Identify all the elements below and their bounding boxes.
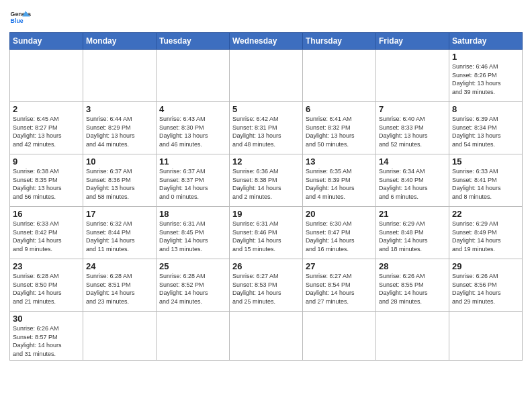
calendar-cell bbox=[303, 50, 376, 102]
calendar-cell: 6Sunrise: 6:41 AM Sunset: 8:32 PM Daylig… bbox=[303, 102, 376, 154]
day-info: Sunrise: 6:41 AM Sunset: 8:32 PM Dayligh… bbox=[306, 115, 373, 148]
calendar-cell bbox=[449, 312, 523, 361]
calendar-cell: 5Sunrise: 6:42 AM Sunset: 8:31 PM Daylig… bbox=[230, 102, 303, 154]
day-number: 22 bbox=[452, 209, 519, 219]
calendar-cell bbox=[303, 312, 376, 361]
day-info: Sunrise: 6:28 AM Sunset: 8:50 PM Dayligh… bbox=[13, 272, 80, 306]
day-info: Sunrise: 6:31 AM Sunset: 8:45 PM Dayligh… bbox=[159, 220, 226, 253]
calendar-cell bbox=[376, 312, 449, 361]
calendar-week-row: 1Sunrise: 6:46 AM Sunset: 8:26 PM Daylig… bbox=[10, 50, 523, 102]
calendar-week-row: 2Sunrise: 6:45 AM Sunset: 8:27 PM Daylig… bbox=[10, 102, 523, 154]
day-number: 3 bbox=[86, 104, 153, 114]
day-info: Sunrise: 6:37 AM Sunset: 8:36 PM Dayligh… bbox=[86, 167, 153, 201]
day-number: 20 bbox=[306, 209, 373, 219]
day-number: 19 bbox=[232, 209, 300, 219]
calendar-cell: 18Sunrise: 6:31 AM Sunset: 8:45 PM Dayli… bbox=[157, 207, 230, 259]
weekday-header-row: SundayMondayTuesdayWednesdayThursdayFrid… bbox=[10, 33, 523, 50]
day-number: 13 bbox=[306, 156, 373, 167]
day-info: Sunrise: 6:26 AM Sunset: 8:55 PM Dayligh… bbox=[379, 272, 446, 306]
calendar-cell: 1Sunrise: 6:46 AM Sunset: 8:26 PM Daylig… bbox=[449, 50, 523, 102]
calendar-cell: 8Sunrise: 6:39 AM Sunset: 8:34 PM Daylig… bbox=[449, 102, 523, 154]
day-number: 26 bbox=[232, 261, 300, 271]
weekday-header-wednesday: Wednesday bbox=[230, 33, 303, 50]
day-number: 23 bbox=[13, 261, 80, 271]
logo-area: General Blue bbox=[9, 7, 31, 28]
day-number: 25 bbox=[159, 261, 226, 271]
weekday-header-thursday: Thursday bbox=[303, 33, 376, 50]
day-number: 28 bbox=[379, 261, 446, 271]
svg-text:Blue: Blue bbox=[11, 17, 24, 24]
calendar-cell: 16Sunrise: 6:33 AM Sunset: 8:42 PM Dayli… bbox=[10, 207, 83, 259]
day-info: Sunrise: 6:28 AM Sunset: 8:52 PM Dayligh… bbox=[159, 272, 226, 306]
day-info: Sunrise: 6:37 AM Sunset: 8:37 PM Dayligh… bbox=[159, 167, 226, 201]
day-info: Sunrise: 6:27 AM Sunset: 8:53 PM Dayligh… bbox=[232, 272, 300, 306]
calendar-cell: 30Sunrise: 6:26 AM Sunset: 8:57 PM Dayli… bbox=[10, 312, 83, 361]
weekday-header-saturday: Saturday bbox=[449, 33, 523, 50]
day-info: Sunrise: 6:34 AM Sunset: 8:40 PM Dayligh… bbox=[379, 167, 446, 201]
day-info: Sunrise: 6:29 AM Sunset: 8:48 PM Dayligh… bbox=[379, 220, 446, 253]
day-info: Sunrise: 6:27 AM Sunset: 8:54 PM Dayligh… bbox=[306, 272, 373, 306]
calendar-cell: 19Sunrise: 6:31 AM Sunset: 8:46 PM Dayli… bbox=[230, 207, 303, 259]
day-number: 2 bbox=[13, 104, 80, 114]
day-info: Sunrise: 6:45 AM Sunset: 8:27 PM Dayligh… bbox=[13, 115, 80, 148]
calendar-cell: 27Sunrise: 6:27 AM Sunset: 8:54 PM Dayli… bbox=[303, 259, 376, 312]
calendar-cell: 2Sunrise: 6:45 AM Sunset: 8:27 PM Daylig… bbox=[10, 102, 83, 154]
calendar-cell: 11Sunrise: 6:37 AM Sunset: 8:37 PM Dayli… bbox=[157, 154, 230, 207]
header: General Blue bbox=[9, 7, 523, 28]
weekday-header-friday: Friday bbox=[376, 33, 449, 50]
calendar-cell: 13Sunrise: 6:35 AM Sunset: 8:39 PM Dayli… bbox=[303, 154, 376, 207]
day-info: Sunrise: 6:38 AM Sunset: 8:35 PM Dayligh… bbox=[13, 167, 80, 201]
calendar-week-row: 9Sunrise: 6:38 AM Sunset: 8:35 PM Daylig… bbox=[10, 154, 523, 207]
calendar-cell: 21Sunrise: 6:29 AM Sunset: 8:48 PM Dayli… bbox=[376, 207, 449, 259]
calendar-cell: 28Sunrise: 6:26 AM Sunset: 8:55 PM Dayli… bbox=[376, 259, 449, 312]
calendar-cell: 7Sunrise: 6:40 AM Sunset: 8:33 PM Daylig… bbox=[376, 102, 449, 154]
weekday-header-monday: Monday bbox=[83, 33, 157, 50]
calendar-cell bbox=[230, 312, 303, 361]
calendar-week-row: 30Sunrise: 6:26 AM Sunset: 8:57 PM Dayli… bbox=[10, 312, 523, 361]
day-info: Sunrise: 6:30 AM Sunset: 8:47 PM Dayligh… bbox=[306, 220, 373, 253]
calendar-cell: 3Sunrise: 6:44 AM Sunset: 8:29 PM Daylig… bbox=[83, 102, 157, 154]
calendar-cell bbox=[157, 312, 230, 361]
day-number: 5 bbox=[232, 104, 300, 114]
day-number: 11 bbox=[159, 156, 226, 167]
day-number: 24 bbox=[86, 261, 153, 271]
weekday-header-sunday: Sunday bbox=[10, 33, 83, 50]
calendar-cell: 15Sunrise: 6:33 AM Sunset: 8:41 PM Dayli… bbox=[449, 154, 523, 207]
day-info: Sunrise: 6:43 AM Sunset: 8:30 PM Dayligh… bbox=[159, 115, 226, 148]
day-number: 21 bbox=[379, 209, 446, 219]
day-number: 18 bbox=[159, 209, 226, 219]
day-info: Sunrise: 6:44 AM Sunset: 8:29 PM Dayligh… bbox=[86, 115, 153, 148]
calendar-cell: 22Sunrise: 6:29 AM Sunset: 8:49 PM Dayli… bbox=[449, 207, 523, 259]
day-number: 10 bbox=[86, 156, 153, 167]
day-info: Sunrise: 6:28 AM Sunset: 8:51 PM Dayligh… bbox=[86, 272, 153, 306]
day-number: 9 bbox=[13, 156, 80, 167]
day-info: Sunrise: 6:32 AM Sunset: 8:44 PM Dayligh… bbox=[86, 220, 153, 253]
day-number: 7 bbox=[379, 104, 446, 114]
day-info: Sunrise: 6:40 AM Sunset: 8:33 PM Dayligh… bbox=[379, 115, 446, 148]
calendar-cell: 29Sunrise: 6:26 AM Sunset: 8:56 PM Dayli… bbox=[449, 259, 523, 312]
day-info: Sunrise: 6:36 AM Sunset: 8:38 PM Dayligh… bbox=[232, 167, 300, 201]
day-number: 30 bbox=[13, 314, 80, 324]
day-info: Sunrise: 6:26 AM Sunset: 8:56 PM Dayligh… bbox=[452, 272, 519, 306]
calendar-cell bbox=[376, 50, 449, 102]
day-number: 1 bbox=[452, 52, 519, 62]
day-number: 15 bbox=[452, 156, 519, 167]
calendar-week-row: 23Sunrise: 6:28 AM Sunset: 8:50 PM Dayli… bbox=[10, 259, 523, 312]
calendar-cell bbox=[230, 50, 303, 102]
day-info: Sunrise: 6:35 AM Sunset: 8:39 PM Dayligh… bbox=[306, 167, 373, 201]
day-info: Sunrise: 6:33 AM Sunset: 8:42 PM Dayligh… bbox=[13, 220, 80, 253]
day-number: 29 bbox=[452, 261, 519, 271]
calendar-cell bbox=[83, 50, 157, 102]
page: General Blue SundayMondayTuesdayWednesda… bbox=[0, 0, 532, 411]
calendar-cell: 23Sunrise: 6:28 AM Sunset: 8:50 PM Dayli… bbox=[10, 259, 83, 312]
calendar-cell bbox=[83, 312, 157, 361]
generalblue-logo-icon: General Blue bbox=[9, 7, 31, 28]
day-number: 6 bbox=[306, 104, 373, 114]
calendar-cell: 25Sunrise: 6:28 AM Sunset: 8:52 PM Dayli… bbox=[157, 259, 230, 312]
calendar-cell: 14Sunrise: 6:34 AM Sunset: 8:40 PM Dayli… bbox=[376, 154, 449, 207]
day-info: Sunrise: 6:33 AM Sunset: 8:41 PM Dayligh… bbox=[452, 167, 519, 201]
day-info: Sunrise: 6:26 AM Sunset: 8:57 PM Dayligh… bbox=[13, 324, 80, 358]
calendar-cell: 4Sunrise: 6:43 AM Sunset: 8:30 PM Daylig… bbox=[157, 102, 230, 154]
day-number: 27 bbox=[306, 261, 373, 271]
day-number: 17 bbox=[86, 209, 153, 219]
